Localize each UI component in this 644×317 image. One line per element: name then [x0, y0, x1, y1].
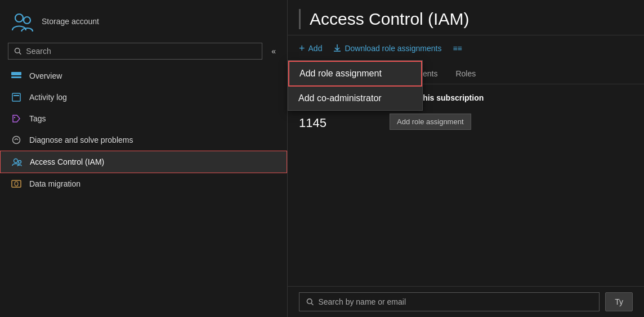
diagnose-icon — [11, 135, 21, 145]
search-icon — [14, 47, 21, 55]
main-panel: Access Control (IAM) + Add Download role… — [287, 0, 644, 317]
sidebar-item-access-control[interactable]: Access Control (IAM) — [0, 151, 287, 173]
collapse-button[interactable]: « — [268, 44, 279, 58]
storage-account-label: Storage account — [42, 17, 99, 26]
tags-icon — [11, 114, 21, 124]
title-divider — [299, 9, 301, 29]
add-label: Add — [308, 44, 323, 53]
type-button[interactable]: Ty — [605, 292, 633, 311]
add-role-assignment-item[interactable]: Add role assignment — [288, 61, 422, 87]
add-role-tooltip: Add role assignment — [390, 114, 471, 130]
activity-icon — [11, 92, 21, 102]
sidebar-item-tags[interactable]: Tags — [0, 108, 287, 129]
svg-point-0 — [15, 14, 23, 22]
sidebar-item-label-iam: Access Control (IAM) — [30, 157, 104, 166]
sidebar: Storage account « Ove — [0, 0, 287, 317]
plus-icon: + — [299, 43, 305, 53]
add-coadmin-item[interactable]: Add co-administrator — [288, 87, 422, 110]
svg-point-2 — [15, 48, 20, 53]
svg-rect-5 — [11, 76, 21, 78]
download-button[interactable]: Download role assignments — [333, 42, 441, 56]
toolbar: + Add Download role assignments ≡≡ Add r… — [288, 35, 644, 61]
columns-button[interactable]: ≡≡ — [453, 42, 462, 55]
add-button[interactable]: + Add — [299, 41, 322, 56]
overview-icon — [11, 71, 21, 81]
add-dropdown-menu: Add role assignment Add co-administrator… — [288, 60, 423, 111]
columns-icon: ≡≡ — [453, 44, 462, 53]
sidebar-item-activity-log[interactable]: Activity log — [0, 87, 287, 108]
migration-icon — [11, 179, 21, 189]
search-by-name-input[interactable] — [318, 297, 592, 306]
sidebar-search-wrapper[interactable] — [8, 43, 262, 60]
search-bottom-icon — [306, 298, 314, 306]
sidebar-item-data-migration[interactable]: Data migration — [0, 173, 287, 194]
iam-icon — [12, 157, 22, 167]
sidebar-item-overview[interactable]: Overview — [0, 65, 287, 87]
svg-rect-4 — [11, 72, 21, 75]
svg-point-9 — [13, 137, 20, 144]
sidebar-item-label-tags: Tags — [29, 114, 46, 123]
sidebar-search-row: « — [0, 39, 287, 65]
svg-point-1 — [24, 17, 30, 24]
sidebar-item-label-diagnose: Diagnose and solve problems — [29, 135, 133, 144]
sidebar-item-label-overview: Overview — [29, 71, 62, 80]
search-bottom-wrapper[interactable] — [299, 292, 600, 311]
sidebar-item-label-migration: Data migration — [29, 179, 80, 188]
svg-rect-6 — [12, 93, 20, 101]
tab-roles[interactable]: Roles — [446, 65, 485, 84]
page-title: Access Control (IAM) — [310, 10, 469, 29]
nav-menu: Overview Activity log — [0, 65, 287, 194]
sidebar-search-input[interactable] — [26, 47, 256, 56]
search-bottom-row: Ty — [288, 286, 644, 317]
svg-point-10 — [14, 159, 18, 163]
user-icon — [11, 10, 34, 33]
svg-point-11 — [19, 161, 21, 164]
sidebar-item-diagnose[interactable]: Diagnose and solve problems — [0, 129, 287, 151]
main-header: Access Control (IAM) — [288, 0, 644, 35]
svg-line-16 — [311, 303, 313, 305]
svg-point-15 — [307, 299, 312, 304]
sidebar-item-label-activity: Activity log — [29, 93, 67, 102]
svg-point-8 — [14, 117, 15, 118]
svg-point-13 — [15, 182, 18, 186]
download-label: Download role assignments — [345, 44, 441, 53]
download-icon — [333, 44, 341, 53]
sidebar-header: Storage account — [0, 0, 287, 39]
svg-rect-7 — [14, 95, 19, 96]
svg-line-3 — [19, 52, 21, 54]
